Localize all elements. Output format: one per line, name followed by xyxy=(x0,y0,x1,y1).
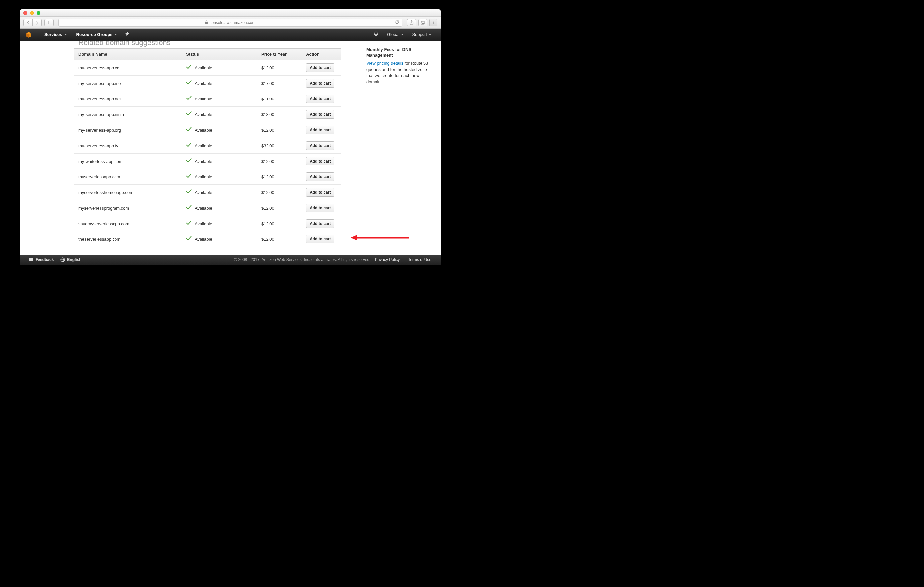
table-row: my-serverless-app.ninjaAvailable$18.00Ad… xyxy=(74,107,341,122)
cell-domain: my-serverless-app.me xyxy=(74,76,181,91)
privacy-policy-link[interactable]: Privacy Policy xyxy=(371,257,404,262)
notifications-button[interactable] xyxy=(370,31,383,38)
cell-domain: my-serverless-app.net xyxy=(74,91,181,107)
nav-region-label: Global xyxy=(387,32,399,37)
cell-price: $17.00 xyxy=(257,76,301,91)
cell-status: Available xyxy=(181,91,257,107)
svg-rect-2 xyxy=(205,22,208,24)
side-text: View pricing details for Route 53 querie… xyxy=(366,60,435,85)
add-to-cart-button[interactable]: Add to cart xyxy=(306,219,334,228)
aws-logo[interactable] xyxy=(25,31,32,38)
aws-footer: Feedback English © 2008 - 2017, Amazon W… xyxy=(20,255,441,265)
pricing-details-link[interactable]: View pricing details xyxy=(366,61,403,66)
add-to-cart-button[interactable]: Add to cart xyxy=(306,173,334,181)
cell-status: Available xyxy=(181,169,257,185)
status-text: Available xyxy=(195,159,213,164)
cell-status: Available xyxy=(181,107,257,122)
cell-price: $12.00 xyxy=(257,122,301,138)
cell-action: Add to cart xyxy=(301,232,341,247)
new-tab-button[interactable]: + xyxy=(429,19,437,26)
th-price: Price /1 Year xyxy=(257,49,301,60)
speech-bubble-icon xyxy=(28,258,33,262)
nav-support-label: Support xyxy=(412,32,427,37)
cell-price: $12.00 xyxy=(257,60,301,76)
cell-status: Available xyxy=(181,153,257,169)
add-to-cart-button[interactable]: Add to cart xyxy=(306,126,334,134)
status-text: Available xyxy=(195,237,213,242)
add-to-cart-button[interactable]: Add to cart xyxy=(306,63,334,72)
table-row: my-serverless-app.orgAvailable$12.00Add … xyxy=(74,122,341,138)
window-close-button[interactable] xyxy=(23,11,27,15)
bell-icon xyxy=(373,31,379,37)
table-row: my-serverless-app.ccAvailable$12.00Add t… xyxy=(74,60,341,76)
check-icon xyxy=(186,173,191,180)
table-row: myserverlesshomepage.comAvailable$12.00A… xyxy=(74,185,341,200)
th-domain: Domain Name xyxy=(74,49,181,60)
add-to-cart-button[interactable]: Add to cart xyxy=(306,204,334,212)
table-row: my-serverless-app.meAvailable$17.00Add t… xyxy=(74,76,341,91)
window-titlebar xyxy=(20,9,441,16)
feedback-link[interactable]: Feedback xyxy=(25,257,57,262)
check-icon xyxy=(186,111,191,118)
add-to-cart-button[interactable]: Add to cart xyxy=(306,188,334,197)
nav-services[interactable]: Services xyxy=(40,28,72,41)
chevron-right-icon xyxy=(36,21,38,25)
sidebar-toggle-button[interactable] xyxy=(45,19,54,26)
add-to-cart-button[interactable]: Add to cart xyxy=(306,141,334,150)
cell-price: $12.00 xyxy=(257,153,301,169)
svg-rect-6 xyxy=(421,21,425,23)
terms-of-use-link[interactable]: Terms of Use xyxy=(404,257,436,262)
chevron-left-icon xyxy=(26,21,30,25)
cell-price: $12.00 xyxy=(257,216,301,232)
cell-status: Available xyxy=(181,185,257,200)
nav-back-button[interactable] xyxy=(23,19,33,26)
url-bar[interactable]: console.aws.amazon.com xyxy=(58,18,402,26)
section-heading: Related domain suggestions xyxy=(74,41,365,48)
add-to-cart-button[interactable]: Add to cart xyxy=(306,157,334,166)
status-text: Available xyxy=(195,97,213,102)
cell-status: Available xyxy=(181,138,257,153)
language-link[interactable]: English xyxy=(57,257,85,262)
add-to-cart-button[interactable]: Add to cart xyxy=(306,110,334,119)
table-row: myserverlessapp.comAvailable$12.00Add to… xyxy=(74,169,341,185)
pin-button[interactable] xyxy=(122,32,133,38)
status-text: Available xyxy=(195,65,213,70)
nav-resource-groups-label: Resource Groups xyxy=(76,32,112,37)
add-to-cart-button[interactable]: Add to cart xyxy=(306,95,334,103)
nav-resource-groups[interactable]: Resource Groups xyxy=(72,28,122,41)
cell-status: Available xyxy=(181,232,257,247)
nav-region[interactable]: Global xyxy=(383,31,408,39)
cell-status: Available xyxy=(181,200,257,216)
nav-support[interactable]: Support xyxy=(408,31,436,39)
status-text: Available xyxy=(195,206,213,210)
cell-status: Available xyxy=(181,122,257,138)
add-to-cart-button[interactable]: Add to cart xyxy=(306,79,334,87)
reload-icon[interactable] xyxy=(395,20,399,25)
tabs-button[interactable] xyxy=(418,19,427,26)
feedback-label: Feedback xyxy=(36,257,54,262)
check-icon xyxy=(186,127,191,133)
side-column: Monthly Fees for DNS Management View pri… xyxy=(365,41,441,255)
cell-domain: theserverlessapp.com xyxy=(74,232,181,247)
browser-toolbar: console.aws.amazon.com + xyxy=(20,16,441,28)
status-text: Available xyxy=(195,81,213,86)
status-text: Available xyxy=(195,112,213,117)
pin-icon xyxy=(125,32,129,36)
table-row: my-serverless-app.netAvailable$11.00Add … xyxy=(74,91,341,107)
add-to-cart-button[interactable]: Add to cart xyxy=(306,235,334,243)
window-minimize-button[interactable] xyxy=(30,11,34,15)
svg-rect-5 xyxy=(421,21,424,24)
check-icon xyxy=(186,158,191,164)
domain-suggestions-table: Domain Name Status Price /1 Year Action … xyxy=(74,48,341,247)
status-text: Available xyxy=(195,143,213,148)
cell-price: $12.00 xyxy=(257,200,301,216)
check-icon xyxy=(186,142,191,149)
th-action: Action xyxy=(301,49,341,60)
check-icon xyxy=(186,236,191,242)
table-row: myserverlessprogram.comAvailable$12.00Ad… xyxy=(74,200,341,216)
nav-forward-button[interactable] xyxy=(33,19,42,26)
status-text: Available xyxy=(195,128,213,133)
window-maximize-button[interactable] xyxy=(36,11,41,15)
share-button[interactable] xyxy=(407,19,416,26)
side-heading: Monthly Fees for DNS Management xyxy=(366,47,435,58)
